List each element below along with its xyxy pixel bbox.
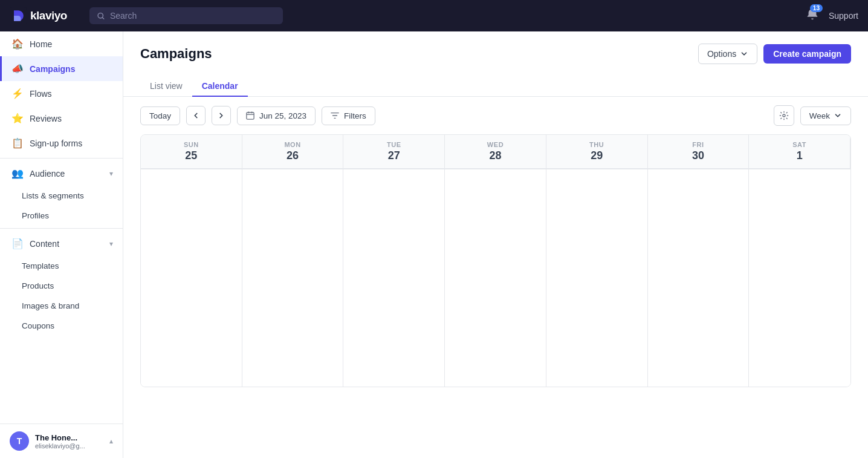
forms-icon: 📋 (11, 137, 24, 149)
calendar-body-cell (242, 169, 344, 387)
filter-icon (331, 111, 339, 120)
sidebar-item-profiles[interactable]: Profiles (0, 206, 123, 226)
sidebar-item-label: Campaigns (30, 64, 75, 74)
today-button[interactable]: Today (140, 106, 180, 125)
sidebar-item-label: Flows (30, 89, 52, 99)
date-label: Jun 25, 2023 (259, 111, 306, 120)
header-actions: Options Create campaign (698, 44, 851, 64)
calendar-body-cell (546, 169, 648, 387)
options-label: Options (707, 49, 736, 59)
sidebar-divider-1 (0, 158, 123, 159)
calendar-body-cell (648, 169, 750, 387)
week-label: Week (809, 111, 830, 120)
day-number: 28 (489, 149, 501, 162)
sidebar-item-signup-forms[interactable]: 📋 Sign-up forms (0, 131, 123, 155)
flows-icon: ⚡ (11, 88, 24, 99)
day-name: SUN (184, 141, 199, 148)
calendar-header-cell: WED 28 (445, 135, 546, 169)
audience-icon: 👥 (11, 168, 24, 179)
sidebar-item-home[interactable]: 🏠 Home (0, 31, 123, 56)
content-area: Campaigns Options Create campaign List v… (123, 31, 868, 458)
page-header: Campaigns Options Create campaign (123, 31, 868, 64)
campaigns-icon: 📣 (11, 63, 24, 74)
content-icon: 📄 (11, 238, 24, 249)
day-number: 29 (591, 149, 603, 162)
user-name: The Hone... (35, 433, 85, 442)
sidebar-item-content[interactable]: 📄 Content ▾ (0, 231, 123, 256)
day-name: FRI (692, 141, 704, 148)
topnav: klaviyo 13 Support (0, 0, 868, 31)
calendar-body-cell (445, 169, 546, 387)
sidebar-item-campaigns[interactable]: 📣 Campaigns (0, 56, 123, 81)
sidebar-sub-label: Images & brand (22, 301, 79, 310)
sidebar-item-products[interactable]: Products (0, 276, 123, 296)
date-picker-button[interactable]: Jun 25, 2023 (237, 106, 316, 125)
filters-button[interactable]: Filters (322, 106, 375, 125)
day-name: WED (487, 141, 504, 148)
sidebar-item-label: Content (30, 239, 59, 249)
user-info: The Hone... eliseklaviyo@g... (35, 433, 85, 450)
chevron-up-icon: ▴ (109, 437, 113, 445)
tab-calendar[interactable]: Calendar (192, 76, 248, 97)
sidebar-item-images-brand[interactable]: Images & brand (0, 296, 123, 316)
sidebar-sub-label: Lists & segments (22, 191, 84, 200)
calendar-header-cell: TUE 27 (343, 135, 445, 169)
avatar: T (10, 431, 29, 451)
logo-area: klaviyo (10, 7, 82, 24)
chevron-right-icon (217, 111, 225, 120)
sidebar-item-reviews[interactable]: ⭐ Reviews (0, 106, 123, 131)
calendar-header-cell: THU 29 (546, 135, 648, 169)
day-name: MON (284, 141, 300, 148)
week-select-button[interactable]: Week (800, 106, 851, 125)
sidebar-item-templates[interactable]: Templates (0, 256, 123, 276)
search-icon (97, 11, 105, 21)
tab-list-view[interactable]: List view (140, 76, 192, 97)
calendar-header-cell: MON 26 (242, 135, 344, 169)
next-arrow-button[interactable] (212, 106, 231, 125)
filters-label: Filters (344, 111, 366, 120)
sidebar-item-audience[interactable]: 👥 Audience ▾ (0, 161, 123, 186)
search-input[interactable] (110, 11, 276, 21)
options-button[interactable]: Options (698, 44, 757, 64)
day-number: 27 (388, 149, 400, 162)
tabs: List view Calendar (123, 69, 868, 97)
calendar-grid: SUN 25 MON 26 TUE 27 WED 28 THU 29 FRI 3… (140, 134, 851, 387)
home-icon: 🏠 (11, 38, 24, 50)
day-number: 26 (287, 149, 299, 162)
topnav-right: 13 Support (806, 8, 858, 24)
toolbar-right: Week (774, 105, 851, 126)
page-title: Campaigns (140, 46, 212, 62)
search-bar[interactable] (89, 7, 283, 24)
sidebar-item-coupons[interactable]: Coupons (0, 316, 123, 336)
sidebar-sub-label: Products (22, 281, 54, 290)
settings-button[interactable] (774, 105, 794, 126)
day-number: 1 (797, 149, 803, 162)
svg-rect-2 (247, 113, 254, 119)
create-label: Create campaign (773, 49, 841, 59)
main-layout: 🏠 Home 📣 Campaigns ⚡ Flows ⭐ Reviews 📋 S… (0, 31, 868, 458)
day-number: 25 (185, 149, 197, 162)
day-name: SAT (792, 141, 806, 148)
day-name: THU (589, 141, 604, 148)
prev-arrow-button[interactable] (186, 106, 206, 125)
day-name: TUE (387, 141, 401, 148)
support-button[interactable]: Support (829, 11, 858, 21)
sidebar-user-panel[interactable]: T The Hone... eliseklaviyo@g... ▴ (0, 424, 123, 458)
sidebar-sub-label: Profiles (22, 211, 49, 220)
chevron-down-icon: ▾ (109, 240, 113, 248)
chevron-down-icon (834, 111, 842, 120)
calendar-body-cell (749, 169, 850, 387)
calendar-body-cell (141, 169, 242, 387)
sidebar: 🏠 Home 📣 Campaigns ⚡ Flows ⭐ Reviews 📋 S… (0, 31, 123, 458)
sidebar-item-flows[interactable]: ⚡ Flows (0, 81, 123, 106)
notification-bell[interactable]: 13 (806, 8, 819, 24)
calendar-body-cell (343, 169, 445, 387)
sidebar-item-label: Reviews (30, 114, 62, 123)
calendar-header-cell: SAT 1 (749, 135, 850, 169)
sidebar-divider-2 (0, 228, 123, 229)
settings-icon (779, 111, 789, 120)
sidebar-item-lists-segments[interactable]: Lists & segments (0, 186, 123, 206)
create-campaign-button[interactable]: Create campaign (763, 44, 851, 64)
calendar-header-cell: FRI 30 (648, 135, 750, 169)
calendar-header-cell: SUN 25 (141, 135, 242, 169)
